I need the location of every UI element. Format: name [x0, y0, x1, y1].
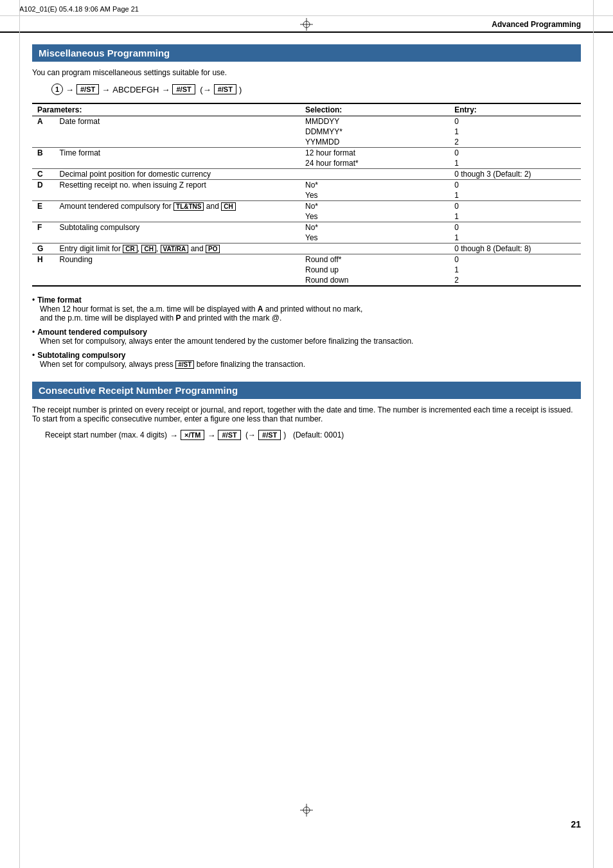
table-row: Yes 1 [32, 233, 581, 244]
param-sel-f2: Yes [300, 233, 449, 244]
param-sel-24h: 24 hour format* [300, 158, 449, 169]
param-sel-d2: Yes [300, 190, 449, 201]
table-row: F Subtotaling compulsory No* 0 [32, 222, 581, 233]
param-entry-h2: 1 [449, 265, 581, 275]
param-desc-g: Entry digit limit for CR, CH, VAT/RA and… [55, 244, 300, 254]
misc-intro: You can program miscellaneous settings s… [32, 68, 581, 77]
table-row: YYMMDD 2 [32, 137, 581, 148]
col-parameters: Parameters: [32, 103, 300, 116]
param-entry-b2: 1 [449, 158, 581, 169]
param-letter-a: A [32, 116, 55, 127]
param-entry-f1: 0 [449, 222, 581, 233]
params-table: Parameters: Selection: Entry: A Date for… [32, 103, 581, 287]
key-hst-consec: #/ST [218, 430, 240, 440]
misc-key-sequence: 1 → #/ST → ABCDEFGH → #/ST (→ #/ST ) [51, 84, 581, 95]
table-row: G Entry digit limit for CR, CH, VAT/RA a… [32, 244, 581, 254]
note-text-amount: When set for compulsory, always enter th… [40, 337, 581, 346]
param-desc-a: Date format [55, 116, 300, 127]
param-entry-e2: 1 [449, 211, 581, 222]
optional-paren: (→ [198, 85, 211, 94]
param-letter-h: H [37, 255, 43, 264]
param-entry-d2: 1 [449, 190, 581, 201]
param-sel-f1: No* [300, 222, 449, 233]
param-entry-c: 0 though 3 (Default: 2) [449, 169, 581, 180]
table-row: H Rounding Round off* 0 [32, 254, 581, 265]
table-row: Round up 1 [32, 265, 581, 275]
misc-section-header: Miscellaneous Programming [32, 44, 581, 62]
param-sel-12h: 12 hour format [300, 148, 449, 159]
key-hst-1: #/ST [76, 84, 99, 94]
col-entry: Entry: [449, 103, 581, 116]
param-sel-yymmdd: YYMMDD [300, 137, 449, 148]
param-desc-f: Subtotaling compulsory [55, 222, 300, 233]
right-trim-line [593, 0, 594, 868]
param-letter-g: G [37, 244, 43, 253]
key-hst-2: #/ST [172, 84, 195, 94]
param-sel-c [300, 169, 449, 180]
param-entry-b1: 0 [449, 148, 581, 159]
param-entry-h3: 2 [449, 275, 581, 286]
param-desc-h: Rounding [55, 254, 300, 265]
note-title-subtotal: Subtotaling compulsory [37, 351, 125, 360]
table-row: Yes 1 [32, 190, 581, 201]
step-circle: 1 [51, 84, 63, 95]
param-letter-d: D [37, 181, 43, 190]
note-text-subtotal: When set for compulsory, always press #/… [40, 360, 581, 369]
header-left: A102_01(E) 05.4.18 9:06 AM Page 21 [19, 5, 139, 13]
table-row: D Resetting receipt no. when issuing Z r… [32, 180, 581, 191]
key-xtm: ×/TM [181, 430, 204, 440]
table-row: E Amount tendered compulsory for TL&TNS … [32, 201, 581, 212]
param-sel-d1: No* [300, 180, 449, 191]
param-sel-e1: No* [300, 201, 449, 212]
main-content: Miscellaneous Programming You can progra… [0, 33, 613, 453]
param-sel-h1: Round off* [300, 254, 449, 265]
consecutive-section-header: Consecutive Receipt Number Programming [32, 382, 581, 399]
consec-default: (Default: 0001) [293, 430, 344, 439]
table-row: C Decimal point position for domestic cu… [32, 169, 581, 180]
param-entry-g: 0 though 8 (Default: 8) [449, 244, 581, 254]
top-bar: A102_01(E) 05.4.18 9:06 AM Page 21 [0, 0, 613, 16]
adv-prog-title: Advanced Programming [492, 20, 581, 29]
param-entry-f2: 1 [449, 233, 581, 244]
param-entry-a1: 0 [449, 116, 581, 127]
page-number: 21 [571, 819, 581, 829]
note-amount-tendered: •Amount tendered compulsory When set for… [32, 328, 581, 346]
crosshair-top [300, 18, 313, 31]
notes-section: •Time format When 12 hour format is set,… [32, 296, 581, 369]
param-letter-b: B [37, 148, 43, 157]
param-sel-e2: Yes [300, 211, 449, 222]
param-entry-a2: 1 [449, 127, 581, 137]
note-subtotaling: •Subtotaling compulsory When set for com… [32, 351, 581, 369]
param-desc-b: Time format [55, 148, 300, 159]
table-row: B Time format 12 hour format 0 [32, 148, 581, 159]
table-row: 24 hour format* 1 [32, 158, 581, 169]
param-sel-h3: Round down [300, 275, 449, 286]
consecutive-intro: The receipt number is printed on every r… [32, 405, 581, 423]
page-wrapper: A102_01(E) 05.4.18 9:06 AM Page 21 Advan… [0, 0, 613, 868]
table-row: Round down 2 [32, 275, 581, 286]
col-selection: Selection: [300, 103, 449, 116]
note-title-amount: Amount tendered compulsory [37, 328, 147, 337]
note-title-time: Time format [37, 296, 81, 305]
crosshair-bottom [300, 804, 313, 817]
left-trim-line [19, 0, 20, 868]
receipt-key-label: Receipt start number (max. 4 digits) [45, 430, 167, 439]
key-hst-opt: #/ST [214, 84, 236, 94]
param-letter-f: F [37, 223, 42, 232]
key-hst-consec-opt: #/ST [258, 430, 281, 440]
param-sel-ddmmyy: DDMMYY* [300, 127, 449, 137]
table-row: A Date format MMDDYY 0 [32, 116, 581, 127]
param-desc-e: Amount tendered compulsory for TL&TNS an… [55, 201, 300, 212]
table-row: DDMMYY* 1 [32, 127, 581, 137]
consecutive-section: Consecutive Receipt Number Programming T… [32, 382, 581, 440]
param-letter-c: C [37, 170, 43, 179]
param-entry-d1: 0 [449, 180, 581, 191]
param-sel-g [300, 244, 449, 254]
param-letter-e: E [37, 202, 42, 211]
param-entry-e1: 0 [449, 201, 581, 212]
param-entry-a3: 2 [449, 137, 581, 148]
note-text-time: When 12 hour format is set, the a.m. tim… [40, 305, 581, 323]
param-sel-h2: Round up [300, 265, 449, 275]
receipt-key-line: Receipt start number (max. 4 digits) → ×… [45, 430, 581, 440]
param-entry-h1: 0 [449, 254, 581, 265]
